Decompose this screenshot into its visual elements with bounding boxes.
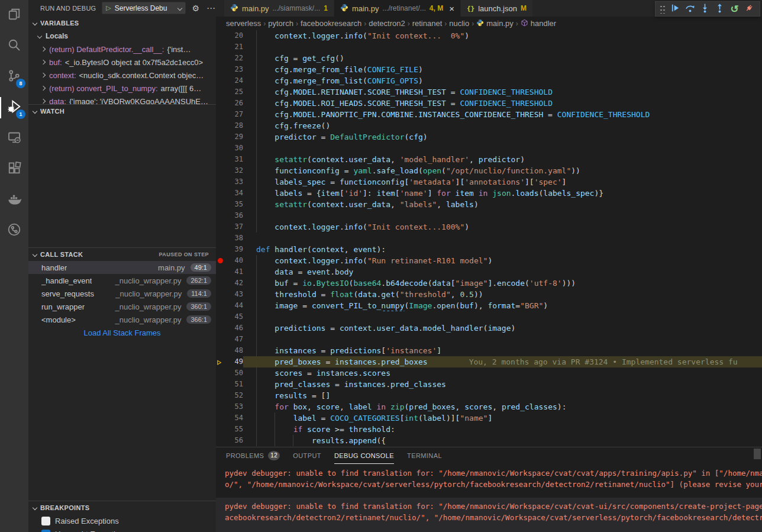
breadcrumb-item-serverless[interactable]: serverless (226, 19, 261, 28)
code-line-21[interactable]: 21 (216, 41, 762, 53)
code-line-35[interactable]: 35 setattr(context.user_data, "labels", … (216, 199, 762, 210)
breakpoint-margin[interactable] (216, 323, 225, 334)
breakpoint-margin[interactable] (216, 390, 225, 401)
breakpoint-margin[interactable] (216, 75, 225, 86)
code-line-46[interactable]: 46 predictions = context.user_data.model… (216, 323, 762, 334)
code-line-32[interactable]: 32 functionconfig = yaml.safe_load(open(… (216, 165, 762, 176)
breakpoint-margin[interactable] (216, 266, 225, 278)
breadcrumb-item-pytorch[interactable]: pytorch (268, 19, 293, 28)
code-line-53[interactable]: 53 for box, score, label in zip(pred_box… (216, 401, 762, 412)
breakpoint-margin[interactable] (216, 64, 225, 75)
breakpoint-margin[interactable] (216, 334, 225, 345)
continue-button[interactable] (668, 2, 683, 16)
code-line-38[interactable]: 38 (216, 233, 762, 244)
code-line-40[interactable]: 40 context.logger.info("Run retinanet-R1… (216, 255, 762, 266)
code-line-51[interactable]: 51 pred_classes = instances.pred_classes (216, 379, 762, 390)
breakpoint-margin[interactable] (216, 176, 225, 188)
breakpoint-margin[interactable] (216, 345, 225, 356)
breakpoint-margin[interactable] (216, 379, 225, 390)
breakpoint-margin[interactable] (216, 210, 225, 221)
breakpoint-margin[interactable] (216, 154, 225, 165)
step-into-button[interactable] (698, 2, 712, 16)
activity-item-git-graph[interactable] (0, 215, 28, 246)
code-line-26[interactable]: 26 cfg.MODEL.ROI_HEADS.SCORE_THRESH_TEST… (216, 98, 762, 109)
code-editor[interactable]: 20 context.logger.info("Init context... … (216, 30, 762, 447)
variables-scope-locals[interactable]: Locals (28, 30, 216, 43)
watch-section-header[interactable]: WATCH (28, 105, 216, 118)
breakpoint-margin[interactable] (216, 41, 225, 53)
close-icon[interactable]: × (449, 4, 454, 14)
stack-frame-row[interactable]: <module>_nuclio_wrapper.py366:1 (28, 313, 216, 326)
breakpoint-checkbox[interactable]: ✓ (41, 530, 50, 532)
code-line-36[interactable]: 36 (216, 210, 762, 221)
breakpoint-margin[interactable] (216, 233, 225, 244)
breakpoint-margin[interactable] (216, 30, 225, 41)
console-selected-block[interactable]: pydev debugger: unable to find translati… (216, 498, 762, 532)
variables-section-header[interactable]: VARIABLES (28, 17, 216, 30)
breakpoint-margin[interactable] (216, 131, 225, 143)
stack-frame-row[interactable]: handlermain.py49:1 (28, 261, 216, 274)
panel-tab-terminal[interactable]: TERMINAL (407, 447, 442, 464)
breakpoint-margin[interactable] (216, 255, 225, 266)
gear-icon[interactable]: ⚙ (192, 4, 199, 13)
breadcrumb-item-nuclio[interactable]: nuclio (449, 19, 469, 28)
code-line-28[interactable]: 28 cfg.freeze() (216, 120, 762, 131)
editor-tab-main.py[interactable]: main.py.../siammask/...1 (224, 0, 334, 17)
breakpoint-margin[interactable] (216, 424, 225, 435)
code-line-54[interactable]: 54 label = COCO_CATEGORIES[int(label)]["… (216, 412, 762, 424)
activity-item-explorer[interactable] (0, 0, 28, 31)
code-line-56[interactable]: 56 results.append({ (216, 435, 762, 446)
breakpoint-icon[interactable] (218, 258, 223, 263)
panel-tab-debug-console[interactable]: DEBUG CONSOLE (334, 447, 394, 464)
breakpoint-margin[interactable] (216, 165, 225, 176)
code-line-44[interactable]: 44 image = convert_PIL_to_numpy(Image.op… (216, 300, 762, 311)
code-line-34[interactable]: 34 labels = {item['id']: item['name'] fo… (216, 188, 762, 199)
activity-item-extensions[interactable] (0, 154, 28, 185)
breakpoint-margin[interactable] (216, 98, 225, 109)
code-line-48[interactable]: 48 instances = predictions['instances'] (216, 345, 762, 356)
code-line-27[interactable]: 27 cfg.MODEL.PANOPTIC_FPN.COMBINE.INSTAN… (216, 109, 762, 120)
breakpoint-margin[interactable] (216, 412, 225, 424)
step-out-button[interactable] (712, 2, 727, 16)
breakpoint-margin[interactable] (216, 120, 225, 131)
stack-frame-row[interactable]: serve_requests_nuclio_wrapper.py114:1 (28, 287, 216, 300)
breadcrumb-item-retinanet[interactable]: retinanet (412, 19, 443, 28)
stack-frame-row[interactable]: run_wrapper_nuclio_wrapper.py360:1 (28, 300, 216, 313)
breakpoint-margin[interactable] (216, 199, 225, 210)
code-line-43[interactable]: 43 threshold = float(data.get("threshold… (216, 289, 762, 300)
breakpoint-margin[interactable] (216, 367, 225, 379)
breakpoint-margin[interactable] (216, 278, 225, 289)
call-stack-section-header[interactable]: CALL STACK PAUSED ON STEP (28, 248, 216, 261)
disconnect-button[interactable] (742, 2, 757, 16)
variable-row[interactable]: data:{'image': 'iVBORw0KGgoAAAANSUhE… (28, 95, 216, 104)
breakpoint-checkbox[interactable] (41, 517, 50, 525)
code-line-25[interactable]: 25 cfg.MODEL.RETINANET.SCORE_THRESH_TEST… (216, 86, 762, 98)
breakpoint-margin[interactable] (216, 53, 225, 64)
editor-tab-main.py[interactable]: main.py.../retinanet/...4, M× (334, 0, 461, 17)
code-line-23[interactable]: 23 cfg.merge_from_file(CONFIG_FILE) (216, 64, 762, 75)
code-line-31[interactable]: 31 setattr(context.user_data, 'model_han… (216, 154, 762, 165)
panel-tab-output[interactable]: OUTPUT (293, 447, 321, 464)
breakpoint-margin[interactable] (216, 86, 225, 98)
stack-frame-row[interactable]: _handle_event_nuclio_wrapper.py262:1 (28, 274, 216, 287)
breakpoint-margin[interactable] (216, 143, 225, 154)
restart-button[interactable]: ↺ (727, 2, 742, 16)
code-line-33[interactable]: 33 labels_spec = functionconfig['metadat… (216, 176, 762, 188)
breakpoint-margin[interactable] (216, 221, 225, 233)
breakpoint-row[interactable]: Raised Exceptions (28, 514, 216, 527)
breadcrumb-item-facebookresearch[interactable]: facebookresearch (301, 19, 361, 28)
code-line-47[interactable]: 47 (216, 334, 762, 345)
load-all-stack-frames-link[interactable]: Load All Stack Frames (28, 328, 216, 337)
code-line-41[interactable]: 41 data = event.body (216, 266, 762, 278)
breadcrumb-item-handler[interactable]: handler (521, 19, 556, 28)
activity-item-run-and-debug[interactable]: 1 (0, 92, 28, 123)
variable-row[interactable]: (return) DefaultPredictor.__call__:{'ins… (28, 43, 216, 56)
code-line-50[interactable]: 50 scores = instances.scores (216, 367, 762, 379)
variable-row[interactable]: context:<nuclio_sdk.context.Context obje… (28, 69, 216, 82)
editor-tab-launch.json[interactable]: {}launch.jsonM (461, 0, 533, 17)
code-line-55[interactable]: 55 if score >= threshold: (216, 424, 762, 435)
launch-configuration-dropdown[interactable]: ▷ Serverless Debu (102, 2, 186, 14)
code-line-20[interactable]: 20 context.logger.info("Init context... … (216, 30, 762, 41)
breadcrumb-item-main.py[interactable]: main.py (476, 19, 514, 28)
code-line-45[interactable]: 45 (216, 311, 762, 323)
